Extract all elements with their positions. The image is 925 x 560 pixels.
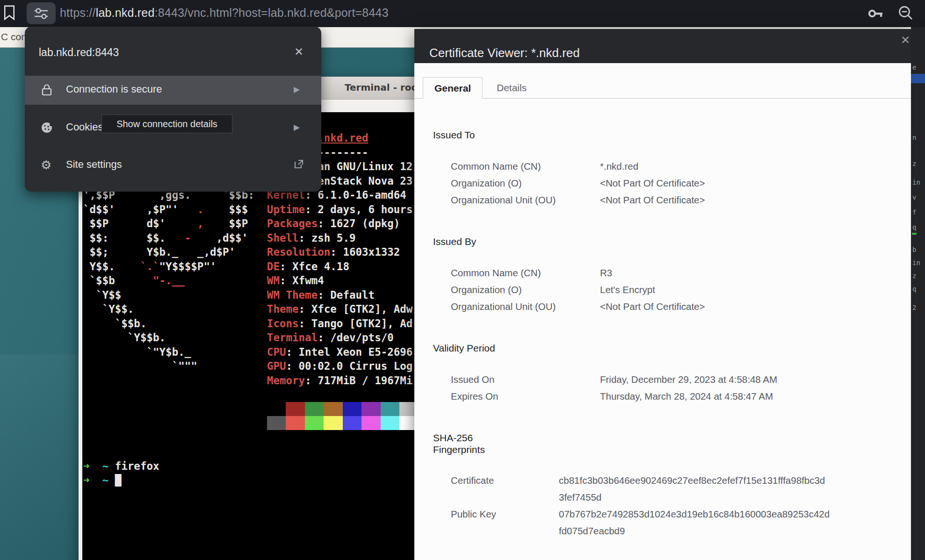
cert-field-row: Organizational Unit (OU)<Not Part Of Cer… xyxy=(451,298,900,315)
devtools-text-fragment: z xyxy=(912,160,916,167)
menu-item-label: Site settings xyxy=(66,158,122,171)
devtools-edge-strip: enzinvfqbinzq2 xyxy=(911,27,925,560)
tune-icon xyxy=(34,7,49,21)
cookie-icon xyxy=(41,122,53,134)
tabbar-rule xyxy=(414,98,911,99)
devtools-text-fragment: in xyxy=(912,179,920,186)
devtools-text-fragment: e xyxy=(912,64,916,71)
url-host: lab.nkd.red xyxy=(96,6,155,19)
section-issued-to: Issued To Common Name (CN)*.nkd.red Orga… xyxy=(433,129,900,208)
chevron-right-icon: ▶ xyxy=(294,122,300,132)
dialog-close-icon[interactable]: ✕ xyxy=(901,34,910,47)
certificate-viewer-dialog: Certificate Viewer: *.nkd.red ✕ General … xyxy=(414,29,911,560)
dialog-header: Certificate Viewer: *.nkd.red xyxy=(414,29,911,63)
menu-item-connection-secure[interactable]: Connection is secure ▶ xyxy=(25,76,321,105)
tab-bar: General Details xyxy=(414,77,911,99)
external-link-icon xyxy=(294,159,304,169)
cert-field-row: Certificatecb81fc3b03b646ee902469c27eef8… xyxy=(451,472,900,489)
devtools-text-fragment: 2 xyxy=(912,304,916,311)
dropdown-close-icon[interactable]: ✕ xyxy=(294,45,304,58)
key-icon[interactable] xyxy=(867,6,884,21)
devtools-selected-row xyxy=(911,74,925,83)
cert-field-row: Public Key07b767b2e7492853d1024e3d19eb16… xyxy=(451,506,900,523)
dialog-title: Certificate Viewer: *.nkd.red xyxy=(429,46,580,60)
site-info-host: lab.nkd.red:8443 xyxy=(39,46,119,59)
url-bar[interactable]: https://lab.nkd.red:8443/vnc.html?host=l… xyxy=(60,6,389,20)
cert-field-row: Issued OnFriday, December 29, 2023 at 4:… xyxy=(451,371,900,388)
tab-general[interactable]: General xyxy=(423,77,483,99)
cert-field-row: fd075d7eacbd9 xyxy=(451,523,900,539)
section-issued-by: Issued By Common Name (CN)R3 Organizatio… xyxy=(433,236,900,315)
section-heading: Issued By xyxy=(433,236,900,247)
cert-field-row: Organization (O)<Not Part Of Certificate… xyxy=(451,175,900,192)
devtools-text-fragment: n xyxy=(912,134,916,141)
cert-field-row: Organization (O)Let's Encrypt xyxy=(451,281,900,298)
screen: C con Terminal - root@ root@lab.nkd.red … xyxy=(0,0,925,560)
section-heading: SHA-256Fingerprints xyxy=(433,432,900,455)
devtools-text-fragment: v xyxy=(912,194,916,201)
gear-icon: ⚙ xyxy=(41,159,53,171)
url-scheme: https:// xyxy=(60,6,96,19)
devtools-text-fragment: q xyxy=(912,223,916,231)
devtools-text-fragment: q xyxy=(912,285,916,293)
site-info-dropdown: lab.nkd.red:8443 ✕ Connection is secure … xyxy=(25,27,321,192)
lock-icon xyxy=(41,84,53,96)
site-info-button[interactable] xyxy=(27,2,56,24)
section-validity-period: Validity Period Issued OnFriday, Decembe… xyxy=(433,342,900,405)
section-sha256-fingerprints: SHA-256Fingerprints Certificatecb81fc3b0… xyxy=(433,432,900,539)
bookmark-icon[interactable] xyxy=(3,4,15,21)
devtools-green-mark xyxy=(912,233,917,235)
cert-field-row: Organizational Unit (OU)<Not Part Of Cer… xyxy=(451,192,900,208)
chevron-right-icon: ▶ xyxy=(294,85,300,94)
section-heading: Validity Period xyxy=(433,342,900,354)
devtools-text-fragment: b xyxy=(912,246,916,253)
devtools-text-fragment: f xyxy=(912,208,916,216)
browser-toolbar: https://lab.nkd.red:8443/vnc.html?host=l… xyxy=(0,0,925,27)
devtools-text-fragment: in xyxy=(912,259,920,266)
menu-item-site-settings[interactable]: ⚙ Site settings xyxy=(25,151,321,180)
devtools-text-fragment: z xyxy=(912,272,916,280)
cert-field-row: Common Name (CN)*.nkd.red xyxy=(451,158,900,175)
zoom-out-icon[interactable] xyxy=(897,5,915,22)
page-strip-text: C con xyxy=(1,31,27,43)
url-rest: :8443/vnc.html?host=lab.nkd.red&port=844… xyxy=(155,6,389,19)
wallpaper-facet xyxy=(0,354,79,560)
section-heading: Issued To xyxy=(433,129,900,141)
tab-details[interactable]: Details xyxy=(485,77,538,98)
cert-field-row: Common Name (CN)R3 xyxy=(451,265,900,281)
tooltip-show-connection-details: Show connection details xyxy=(101,115,232,133)
menu-item-label: Connection is secure xyxy=(66,83,162,95)
cert-field-row: 3fef7455d xyxy=(451,489,900,506)
cert-field-row: Expires OnThursday, March 28, 2024 at 4:… xyxy=(451,388,900,405)
